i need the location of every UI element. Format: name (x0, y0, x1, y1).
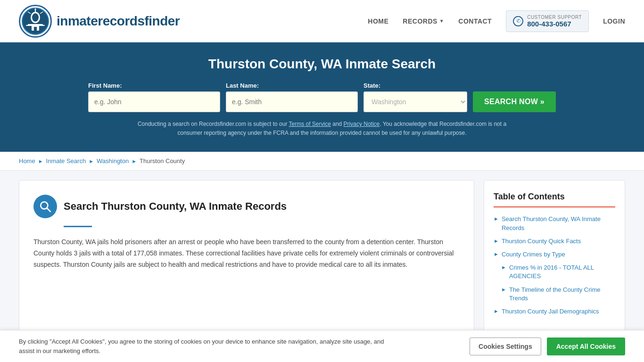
toc-link-5[interactable]: The Timeline of the County Crime Trends (509, 286, 615, 303)
cookie-text: By clicking "Accept All Cookies", you ag… (19, 337, 396, 355)
first-name-input[interactable] (88, 91, 220, 112)
first-name-label: First Name: (88, 82, 122, 89)
hero-title: Thurston County, WA Inmate Search (19, 57, 625, 72)
toc-title: Table of Contents (494, 192, 615, 202)
last-name-group: Last Name: (226, 82, 358, 112)
hero-disclaimer: Conducting a search on Recordsfinder.com… (133, 120, 511, 138)
terms-of-service-link[interactable]: Terms of Service (289, 121, 331, 127)
toc-item-3: ► County Crimes by Type (494, 250, 615, 259)
svg-line-12 (47, 208, 50, 212)
last-name-input[interactable] (226, 91, 358, 112)
article-header: Search Thurston County, WA Inmate Record… (33, 195, 460, 218)
table-of-contents: Table of Contents ► Search Thurston Coun… (484, 180, 625, 350)
breadcrumb-sep-2: ► (89, 158, 94, 164)
toc-chevron-icon: ► (501, 287, 506, 292)
toc-item-4: ► Crimes % in 2016 - TOTAL ALL AGENCIES (494, 263, 615, 280)
state-select[interactable]: Washington Alabama Alaska Arizona Califo… (363, 91, 467, 112)
toc-link-3[interactable]: County Crimes by Type (502, 250, 565, 259)
article-body: Thurston County, WA jails hold prisoners… (33, 237, 460, 270)
last-name-label: Last Name: (226, 82, 259, 89)
toc-item-5: ► The Timeline of the County Crime Trend… (494, 286, 615, 303)
state-label: State: (363, 82, 380, 89)
cookie-buttons: Cookies Settings Accept All Cookies (470, 337, 625, 355)
article-divider (64, 226, 92, 227)
phone-icon: ✆ (513, 16, 523, 26)
first-name-group: First Name: (88, 82, 220, 112)
toc-item-6: ► Thurston County Jail Demographics (494, 307, 615, 316)
search-button[interactable]: SEARCH NOW » (473, 91, 556, 112)
toc-link-4[interactable]: Crimes % in 2016 - TOTAL ALL AGENCIES (509, 263, 615, 280)
support-text: CUSTOMER SUPPORT 800-433-0567 (527, 15, 582, 28)
toc-link-2[interactable]: Thurston County Quick Facts (502, 237, 581, 246)
logo-text: inmaterecordsfinder (57, 14, 180, 29)
toc-list: ► Search Thurston County, WA Inmate Reco… (494, 215, 615, 316)
breadcrumb: Home ► Inmate Search ► Washington ► Thur… (0, 152, 644, 171)
nav-login[interactable]: LOGIN (603, 17, 625, 25)
breadcrumb-inmate-search[interactable]: Inmate Search (46, 157, 86, 165)
breadcrumb-state[interactable]: Washington (97, 157, 129, 165)
logo-area: inmaterecordsfinder (19, 5, 180, 38)
nav-contact[interactable]: CONTACT (458, 17, 492, 25)
article-section: Search Thurston County, WA Inmate Record… (19, 180, 474, 350)
search-form: First Name: Last Name: State: Washington… (19, 82, 625, 112)
nav-home[interactable]: HOME (368, 17, 388, 25)
toc-chevron-icon: ► (494, 238, 499, 244)
privacy-notice-link[interactable]: Privacy Notice (344, 121, 380, 127)
toc-item-1: ► Search Thurston County, WA Inmate Reco… (494, 215, 615, 232)
cookie-banner: By clicking "Accept All Cookies", you ag… (0, 330, 644, 359)
toc-chevron-icon: ► (494, 308, 499, 314)
breadcrumb-sep-1: ► (38, 158, 43, 164)
toc-chevron-icon: ► (494, 251, 499, 257)
svg-rect-2 (34, 27, 37, 31)
toc-link-1[interactable]: Search Thurston County, WA Inmate Record… (502, 215, 615, 232)
toc-link-6[interactable]: Thurston County Jail Demographics (502, 307, 599, 316)
accept-cookies-button[interactable]: Accept All Cookies (547, 337, 625, 355)
chevron-down-icon: ▼ (439, 18, 444, 24)
breadcrumb-home[interactable]: Home (19, 157, 35, 165)
breadcrumb-current: Thurston County (140, 157, 185, 165)
toc-divider (494, 206, 615, 207)
cookies-settings-button[interactable]: Cookies Settings (470, 337, 541, 355)
state-group: State: Washington Alabama Alaska Arizona… (363, 82, 467, 112)
breadcrumb-sep-3: ► (132, 158, 137, 164)
toc-chevron-icon: ► (501, 264, 506, 270)
svg-rect-6 (26, 25, 45, 26)
hero-section: Thurston County, WA Inmate Search First … (0, 42, 644, 152)
site-header: inmaterecordsfinder HOME RECORDS ▼ CONTA… (0, 0, 644, 42)
svg-point-4 (32, 13, 39, 22)
customer-support: ✆ CUSTOMER SUPPORT 800-433-0567 (506, 10, 589, 32)
search-icon (33, 195, 57, 218)
toc-chevron-icon: ► (494, 216, 499, 222)
logo-icon (19, 5, 52, 38)
nav-records[interactable]: RECORDS ▼ (403, 17, 444, 25)
main-nav: HOME RECORDS ▼ CONTACT ✆ CUSTOMER SUPPOR… (368, 10, 625, 32)
article-title: Search Thurston County, WA Inmate Record… (64, 200, 287, 213)
toc-item-2: ► Thurston County Quick Facts (494, 237, 615, 246)
